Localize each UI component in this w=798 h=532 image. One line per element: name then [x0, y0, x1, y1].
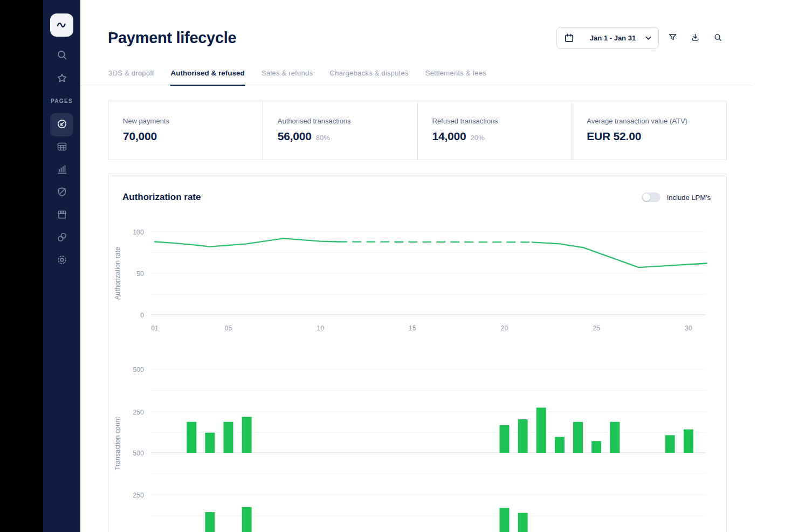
stat-card-atv: Average transaction value (ATV) EUR 52.0…	[572, 101, 726, 160]
sidebar-search-button[interactable]	[52, 46, 72, 66]
bar-chart-icon	[56, 163, 68, 178]
topbar: Payment lifecycle Jan 1 - Jan 31	[108, 27, 727, 49]
download-icon	[690, 32, 700, 44]
tab-authorised-refused[interactable]: Authorised & refused	[170, 69, 245, 86]
wave-logo-icon	[55, 17, 69, 33]
svg-text:50: 50	[136, 270, 144, 278]
stat-card-refused: Refused transactions 14,000 20%	[417, 101, 572, 160]
svg-text:250: 250	[133, 409, 144, 416]
main-content: Payment lifecycle Jan 1 - Jan 31	[80, 0, 798, 532]
svg-text:10: 10	[317, 324, 324, 332]
left-black-strip	[0, 0, 43, 532]
sidebar-pages-label: PAGES	[43, 98, 80, 104]
stat-suffix: 80%	[316, 134, 330, 142]
tab-sales-refunds[interactable]: Sales & refunds	[261, 69, 313, 86]
stat-suffix: 20%	[471, 134, 485, 142]
svg-text:Transaction count: Transaction count	[114, 417, 121, 470]
sidebar-item-links[interactable]	[52, 228, 72, 248]
tab-bar: 3DS & dropoff Authorised & refused Sales…	[80, 69, 754, 86]
calendar-icon	[564, 33, 574, 43]
stat-value: 14,000	[432, 130, 466, 143]
svg-text:Authorization rate: Authorization rate	[114, 247, 121, 300]
table-icon	[56, 140, 68, 155]
svg-text:30: 30	[685, 324, 692, 332]
chevron-down-icon	[645, 34, 651, 42]
stat-label: Average transaction value (ATV)	[587, 117, 726, 125]
sidebar-item-tables[interactable]	[52, 137, 72, 157]
svg-text:05: 05	[225, 324, 232, 332]
svg-text:250: 250	[133, 492, 144, 499]
app-window: PAGES	[0, 0, 798, 532]
star-icon	[56, 72, 68, 87]
svg-text:15: 15	[409, 324, 416, 332]
stat-label: Refused transactions	[432, 117, 572, 125]
toggle-knob	[643, 194, 650, 201]
stat-card-new-payments: New payments 70,000	[108, 101, 263, 160]
date-range-picker[interactable]: Jan 1 - Jan 31	[556, 27, 659, 49]
filter-button[interactable]	[664, 29, 682, 47]
filter-funnel-icon	[668, 32, 678, 44]
svg-text:500: 500	[133, 450, 144, 457]
search-button[interactable]	[709, 29, 727, 47]
sidebar: PAGES	[43, 0, 80, 532]
sidebar-settings-button[interactable]	[52, 251, 72, 271]
gear-icon	[56, 253, 68, 268]
transaction-count-bar-chart: 500250500250Transaction count	[108, 336, 726, 532]
svg-text:25: 25	[593, 324, 600, 332]
toggle-label: Include LPM's	[667, 194, 711, 202]
dashboard-gauge-icon	[56, 118, 68, 133]
stat-cards: New payments 70,000 Authorised transacti…	[108, 101, 727, 160]
stat-value: 56,000	[278, 130, 312, 143]
svg-text:500: 500	[133, 366, 144, 374]
download-button[interactable]	[686, 29, 704, 47]
svg-text:20: 20	[501, 324, 508, 332]
svg-text:01: 01	[151, 324, 159, 332]
sidebar-item-payments-dashboard[interactable]	[50, 113, 73, 136]
app-logo[interactable]	[50, 13, 73, 37]
store-icon	[56, 208, 68, 223]
search-icon	[713, 32, 723, 44]
stat-value: 70,000	[123, 130, 157, 143]
page-title: Payment lifecycle	[108, 29, 236, 47]
sidebar-item-analytics[interactable]	[52, 160, 72, 180]
authorization-rate-panel: Authorization rate Include LPM's 0501000…	[108, 174, 727, 532]
stat-card-authorised: Authorised transactions 56,000 80%	[263, 101, 417, 160]
panel-title: Authorization rate	[122, 192, 201, 203]
date-range-value: Jan 1 - Jan 31	[580, 34, 645, 42]
tab-settlements-fees[interactable]: Settlements & fees	[425, 69, 487, 86]
sidebar-item-risk[interactable]	[52, 183, 72, 203]
svg-text:0: 0	[140, 312, 144, 319]
sidebar-favorites-button[interactable]	[52, 69, 72, 89]
stat-label: Authorised transactions	[278, 117, 417, 125]
shield-slash-icon	[56, 185, 68, 201]
tab-3ds-dropoff[interactable]: 3DS & dropoff	[108, 69, 155, 86]
sidebar-item-store[interactable]	[52, 205, 72, 225]
include-lpm-toggle-group: Include LPM's	[642, 192, 711, 202]
stat-label: New payments	[123, 117, 263, 125]
include-lpm-toggle[interactable]	[642, 192, 661, 202]
search-icon	[56, 49, 68, 64]
header-controls: Jan 1 - Jan 31	[556, 27, 727, 49]
svg-text:100: 100	[133, 229, 144, 236]
tab-chargebacks-disputes[interactable]: Chargebacks & disputes	[329, 69, 409, 86]
panel-header: Authorization rate Include LPM's	[108, 174, 726, 203]
linked-circles-icon	[56, 231, 68, 246]
stat-value: EUR 52.00	[587, 130, 641, 143]
